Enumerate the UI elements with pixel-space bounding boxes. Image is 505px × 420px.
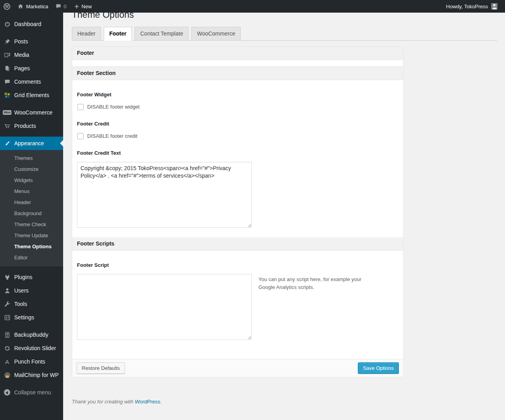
grid-elements-icon [3,91,11,99]
comments-admin-bar-menu[interactable]: 0 [52,0,70,13]
menu-separator [0,102,63,106]
sidebar-item-appearance[interactable]: Appearance [0,137,63,150]
menu-separator [0,324,63,328]
new-content-menu[interactable]: New [70,0,95,13]
home-icon [17,3,24,9]
disable-footer-widget-checkbox[interactable] [77,104,84,110]
main-content: Theme Options Header Footer Contact Temp… [63,0,505,405]
submenu-item-theme-update[interactable]: Theme Update [0,230,63,241]
sliders-icon [3,313,11,321]
sidebar-item-backupbuddy[interactable]: BackupBuddy [0,328,63,341]
woo-badge-icon: Woo [3,109,11,116]
footer-scripts-body: Footer Script You can put any script her… [72,251,403,359]
menu-separator [0,31,63,35]
submenu-item-themes[interactable]: Themes [0,153,63,164]
sidebar-item-mailchimp[interactable]: MailChimp for WP [0,368,63,382]
footer-credit-text-textarea[interactable]: Copyright &copy; 2015 TokoPress<span><a … [77,162,252,228]
sidebar-item-collapse-menu[interactable]: Collapse menu [0,386,63,399]
footer-credit-text-label: Footer Credit Text [77,150,398,156]
submenu-item-widgets[interactable]: Widgets [0,175,63,186]
plug-icon [3,273,11,281]
sidebar-item-media[interactable]: Media [0,48,63,62]
submenu-item-theme-check[interactable]: Theme Check [0,219,63,230]
wordpress-logo-menu[interactable]: W [0,0,14,13]
howdy-label: Howdy, TokoPress [446,4,488,9]
panel-spacer [72,60,403,67]
menu-separator [0,133,63,137]
footer-script-helper-text: You can put any script here, for example… [258,276,379,340]
wordpress-logo-icon: W [4,3,10,10]
sidebar-item-label: Plugins [14,274,32,280]
admin-footer: Thank you for creating with WordPress. V… [72,399,505,405]
restore-defaults-button[interactable]: Restore Defaults [77,362,125,374]
tab-header[interactable]: Header [72,27,101,41]
disable-footer-credit-checkbox[interactable] [77,133,84,139]
footer-widget-checkbox-row: DISABLE footer widget [77,104,398,110]
cart-icon [3,122,11,130]
save-options-button[interactable]: Save Options [358,362,399,374]
backup-icon [3,331,11,339]
tab-contact-template[interactable]: Contact Template [135,27,189,41]
footer-widget-label: Footer Widget [77,92,398,98]
sidebar-item-dashboard[interactable]: Dashboard [0,17,63,31]
sidebar-item-label: Dashboard [14,21,41,27]
sidebar-item-products[interactable]: Products [0,119,63,133]
submenu-item-theme-options[interactable]: Theme Options [0,241,63,252]
sidebar-item-label: Punch Fonts [14,358,45,365]
dashboard-icon [3,20,11,28]
disable-footer-credit-label[interactable]: DISABLE footer credit [87,133,137,139]
howdy-account-menu[interactable]: Howdy, TokoPress [443,0,501,13]
menu-separator [0,382,63,386]
comment-bubble-icon [55,3,62,9]
sidebar-item-label: Settings [14,314,34,321]
submenu-item-customize[interactable]: Customize [0,164,63,175]
footer-thanks-suffix: . [160,399,162,405]
sidebar-item-tools[interactable]: Tools [0,297,63,311]
site-name-menu[interactable]: Marketica [14,0,52,13]
collapse-arrow-icon [3,388,11,396]
sidebar-item-plugins[interactable]: Plugins [0,270,63,284]
media-icon [3,51,11,59]
tab-footer[interactable]: Footer [104,27,132,41]
admin-sidebar-menu: Dashboard Posts Media Pages Comments [0,13,63,420]
brush-icon [3,139,11,147]
submenu-item-editor[interactable]: Editor [0,252,63,263]
sidebar-item-pages[interactable]: Pages [0,62,63,75]
footer-section-body: Footer Widget DISABLE footer widget Foot… [72,80,403,237]
menu-separator [0,266,63,270]
panel-header-footer-scripts: Footer Scripts [72,237,403,251]
panel-header-footer-section: Footer Section [72,67,403,80]
footer-script-row: You can put any script here, for example… [77,274,398,340]
submenu-item-header[interactable]: Header [0,197,63,208]
refresh-icon [3,344,11,352]
sidebar-item-posts[interactable]: Posts [0,35,63,48]
sidebar-item-revolution-slider[interactable]: Revolution Slider [0,341,63,355]
sidebar-item-label: Grid Elements [14,92,49,98]
sidebar-item-label: Appearance [14,140,44,146]
sidebar-item-punch-fonts[interactable]: A Punch Fonts [0,355,63,368]
sidebar-item-label: Media [14,52,29,58]
letter-a-icon: A [3,358,11,366]
sidebar-item-grid-elements[interactable]: Grid Elements [0,88,63,102]
footer-script-textarea[interactable] [77,274,252,340]
sidebar-item-label: Tools [14,301,27,307]
tab-bar: Header Footer Contact Template WooCommer… [72,27,497,41]
submenu-item-background[interactable]: Background [0,208,63,219]
wrench-icon [3,300,11,308]
tab-woocommerce[interactable]: WooCommerce [191,27,241,41]
sidebar-item-label: Products [14,123,36,129]
sidebar-item-users[interactable]: Users [0,284,63,297]
person-icon [3,287,11,294]
wordpress-link[interactable]: WordPress [135,399,160,405]
sidebar-item-label: MailChimp for WP [14,372,59,378]
sidebar-item-comments[interactable]: Comments [0,75,63,88]
monkey-icon [3,371,11,379]
sidebar-item-settings[interactable]: Settings [0,311,63,324]
submenu-item-menus[interactable]: Menus [0,186,63,197]
plus-icon [74,4,80,9]
admin-bar: W Marketica 0 New Howdy, TokoPress [0,0,505,13]
theme-options-panel: Footer Footer Section Footer Widget DISA… [72,46,404,378]
sidebar-item-woocommerce[interactable]: Woo WooCommerce [0,106,63,119]
disable-footer-widget-label[interactable]: DISABLE footer widget [87,104,140,110]
appearance-submenu: Themes Customize Widgets Menus Header Ba… [0,150,63,266]
